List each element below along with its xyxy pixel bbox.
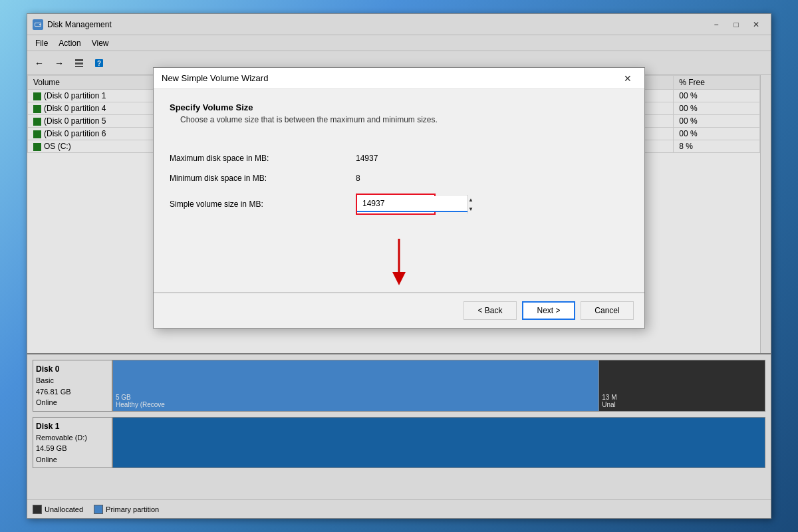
back-button[interactable]: < Back	[464, 301, 517, 320]
max-disk-value: 14937	[356, 154, 378, 163]
next-button[interactable]: Next >	[522, 301, 575, 320]
max-disk-row: Maximum disk space in MB: 14937	[170, 154, 628, 163]
form-section: Maximum disk space in MB: 14937 Minimum …	[170, 140, 628, 239]
volume-size-label: Simple volume size in MB:	[170, 200, 356, 209]
volume-size-input[interactable]	[357, 196, 467, 212]
dialog-header: Specify Volume Size Choose a volume size…	[170, 102, 628, 124]
svg-marker-9	[392, 272, 406, 285]
wizard-description: Choose a volume size that is between the…	[180, 115, 628, 124]
cancel-button[interactable]: Cancel	[581, 301, 634, 320]
desktop: Disk Management − □ ✕ File Action View ←…	[0, 0, 798, 532]
spinbox-up-button[interactable]: ▲	[467, 195, 473, 204]
spinbox-down-button[interactable]: ▼	[467, 204, 473, 213]
min-disk-row: Minimum disk space in MB: 8	[170, 174, 628, 183]
wizard-close-button[interactable]: ✕	[619, 70, 636, 86]
min-disk-value: 8	[356, 174, 360, 183]
min-disk-label: Minimum disk space in MB:	[170, 174, 356, 183]
dialog-overlay: New Simple Volume Wizard ✕ Specify Volum…	[27, 14, 771, 518]
wizard-dialog: New Simple Volume Wizard ✕ Specify Volum…	[153, 67, 645, 329]
dialog-body: Specify Volume Size Choose a volume size…	[154, 89, 644, 292]
wizard-title: New Simple Volume Wizard	[162, 73, 619, 83]
disk-management-window: Disk Management − □ ✕ File Action View ←…	[27, 13, 771, 519]
wizard-heading: Specify Volume Size	[170, 102, 628, 112]
volume-size-spinbox: ▲ ▼	[356, 194, 436, 215]
max-disk-label: Maximum disk space in MB:	[170, 154, 356, 163]
volume-size-row: Simple volume size in MB: ▲ ▼	[170, 194, 628, 215]
dialog-footer: < Back Next > Cancel	[154, 293, 644, 328]
arrow-container	[170, 239, 628, 279]
spinbox-buttons: ▲ ▼	[467, 195, 473, 213]
dialog-title-bar: New Simple Volume Wizard ✕	[154, 68, 644, 89]
annotation-arrow	[386, 239, 412, 285]
